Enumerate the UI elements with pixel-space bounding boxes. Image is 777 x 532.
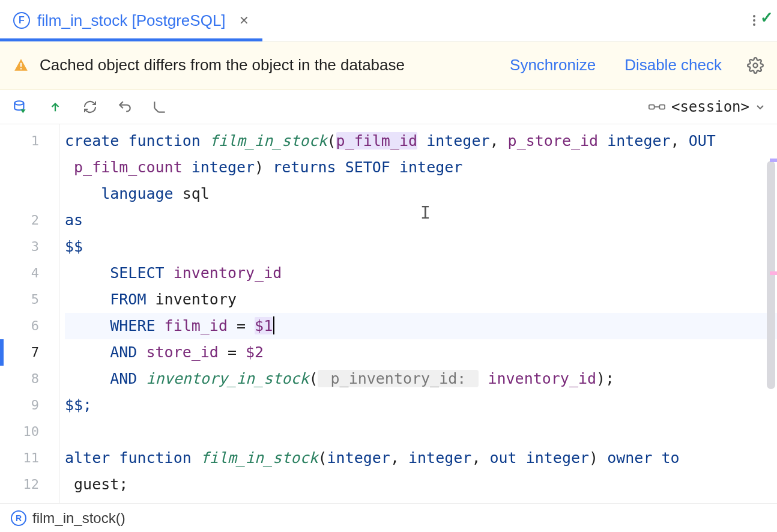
code-line[interactable]: alter function film_in_stock(integer, in… — [65, 445, 777, 471]
line-number: 12 — [0, 471, 59, 498]
refresh-icon[interactable] — [82, 98, 98, 115]
function-badge-icon: F — [13, 12, 30, 29]
code-line[interactable]: $$ — [65, 234, 777, 260]
code-line[interactable]: FROM inventory — [65, 286, 777, 313]
code-line[interactable]: create function film_in_stock(p_film_id … — [65, 128, 777, 154]
line-number: 3 — [0, 234, 59, 260]
code-line[interactable] — [65, 419, 777, 445]
run-ddl-icon[interactable] — [12, 98, 29, 115]
inspection-ok-icon[interactable]: ✓ — [760, 8, 773, 27]
rollback-icon[interactable] — [116, 98, 133, 115]
code-line[interactable]: WHERE film_id = $1 — [65, 313, 777, 339]
line-number: 1 — [0, 128, 59, 154]
code-line[interactable]: AND store_id = $2 — [65, 339, 777, 366]
svg-rect-8 — [659, 104, 665, 109]
svg-point-6 — [14, 101, 23, 105]
session-selector[interactable]: <session> — [649, 98, 765, 115]
svg-rect-7 — [649, 104, 655, 109]
editor-toolbar: <session> — [0, 89, 777, 124]
svg-rect-4 — [20, 68, 22, 69]
code-editor[interactable]: 1 2 3 4 5 6 7 8 9 10 11 12 𝙸 create func… — [0, 124, 777, 503]
warning-message: Cached object differs from the object in… — [40, 56, 405, 74]
code-line[interactable]: as — [65, 207, 777, 234]
svg-point-2 — [753, 23, 755, 26]
submit-icon[interactable] — [47, 98, 64, 115]
code-area[interactable]: 𝙸 create function film_in_stock(p_film_i… — [60, 124, 777, 503]
code-line[interactable]: $$; — [65, 392, 777, 419]
tab-film-in-stock[interactable]: F film_in_stock [PostgreSQL] ✕ — [0, 0, 262, 41]
svg-rect-3 — [20, 62, 22, 67]
tab-bar: F film_in_stock [PostgreSQL] ✕ — [0, 0, 777, 41]
routine-badge-icon: R — [11, 510, 26, 526]
synchronize-link[interactable]: Synchronize — [510, 56, 596, 74]
close-icon[interactable]: ✕ — [239, 13, 249, 28]
scrollbar-thumb[interactable] — [767, 161, 775, 389]
line-number: 8 — [0, 366, 59, 392]
chevron-down-icon — [755, 102, 765, 112]
marker-stripe[interactable] — [770, 159, 777, 162]
code-line[interactable]: SELECT inventory_id — [65, 260, 777, 286]
caret — [273, 316, 274, 334]
svg-point-5 — [754, 63, 758, 67]
session-label: <session> — [671, 98, 749, 115]
code-line[interactable]: guest; — [65, 471, 777, 498]
code-line[interactable]: p_film_count integer) returns SETOF inte… — [65, 154, 777, 181]
line-number: 10 — [0, 419, 59, 445]
warning-icon — [13, 58, 29, 73]
tab-title: film_in_stock [PostgreSQL] — [37, 11, 226, 30]
breadcrumb[interactable]: R film_in_stock() — [0, 503, 777, 532]
svg-point-0 — [753, 15, 755, 17]
marker-stripe[interactable] — [770, 271, 777, 275]
disable-check-link[interactable]: Disable check — [624, 56, 722, 74]
gutter: 1 2 3 4 5 6 7 8 9 10 11 12 — [0, 124, 60, 503]
line-number: 11 — [0, 445, 59, 471]
line-number — [0, 154, 59, 207]
gear-icon[interactable] — [747, 57, 764, 74]
line-number: 9 — [0, 392, 59, 419]
line-number: 6 — [0, 313, 59, 339]
line-number: 5 — [0, 286, 59, 313]
svg-point-1 — [753, 19, 755, 22]
breadcrumb-label: film_in_stock() — [32, 510, 125, 527]
inlay-hint: p_inventory_id: — [318, 370, 479, 387]
code-line[interactable]: language sql — [65, 181, 777, 207]
line-number: 2 — [0, 207, 59, 234]
migrate-icon[interactable] — [151, 98, 168, 115]
line-number: 4 — [0, 260, 59, 286]
warning-banner: Cached object differs from the object in… — [0, 41, 777, 89]
line-number: 7 — [0, 339, 59, 366]
code-line[interactable]: AND inventory_in_stock( p_inventory_id: … — [65, 366, 777, 392]
